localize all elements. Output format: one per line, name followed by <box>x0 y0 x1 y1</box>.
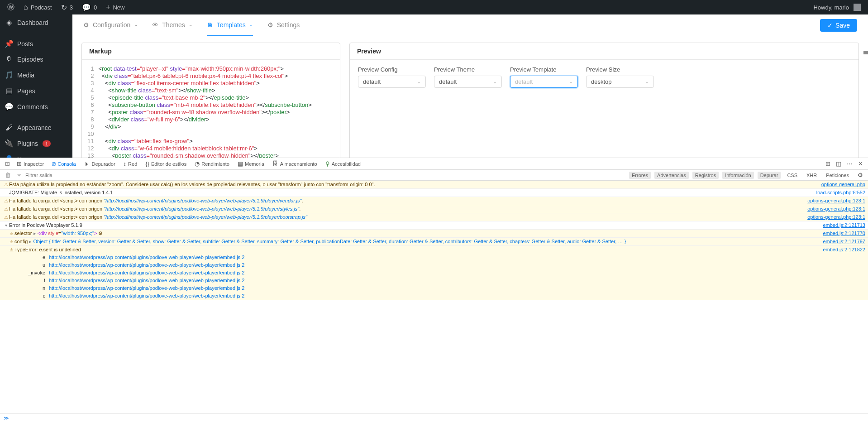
console-row[interactable]: ▾Error in Podlove Webplayer 5.1.9embed.j… <box>0 221 868 230</box>
media-icon: 🎵 <box>5 71 14 79</box>
file-icon: 🗎 <box>207 21 213 29</box>
devtools-tab-performance[interactable]: ◔Rendimiento <box>191 159 233 168</box>
tab-configuration[interactable]: ⚙Configuration⌄ <box>83 14 138 36</box>
updates[interactable]: ↻3 <box>57 0 76 14</box>
scrollbar-thumb[interactable] <box>863 51 868 54</box>
comment-icon: 💬 <box>5 102 14 111</box>
preview-template-select[interactable]: default⌄ <box>510 76 578 88</box>
console-msg: selector ▸ <div style="width: 950px;"> ⚙ <box>14 230 818 237</box>
preview-size-select[interactable]: desktop⌄ <box>586 76 654 88</box>
source-link[interactable]: options-general.php:123:1 <box>807 205 865 213</box>
tabbar: ⚙Configuration⌄ 👁Themes⌄ 🗎Templates⌄ ⚙Se… <box>72 14 868 36</box>
console-msg: Esta página utiliza la propiedad no está… <box>9 181 817 188</box>
filter-xhr[interactable]: XHR <box>804 172 820 179</box>
inspector-icon: ⊞ <box>17 160 22 167</box>
devtools-tab-inspector[interactable]: ⊞Inspector <box>13 159 48 168</box>
devtools-tab-memory[interactable]: ▤Memoria <box>234 159 268 168</box>
preview-template-label: Preview Template <box>510 66 578 73</box>
devtools-tab-accessibility[interactable]: ⚲Accesibilidad <box>322 159 364 168</box>
debugger-icon: ⏵ <box>84 160 90 167</box>
filter-requests[interactable]: Peticiones <box>823 172 852 179</box>
filter-input[interactable] <box>25 173 116 178</box>
console-row[interactable]: ⚠selector ▸ <div style="width: 950px;"> … <box>0 230 868 238</box>
pin-icon: 📌 <box>5 39 14 48</box>
more-icon[interactable]: ⋯ <box>844 159 855 168</box>
menu-label: Episodes <box>17 56 43 63</box>
save-button[interactable]: ✓Save <box>820 19 857 32</box>
page-icon: ▤ <box>5 87 14 95</box>
menu-label: Posts <box>17 40 33 48</box>
avatar <box>854 4 861 11</box>
chevron-down-icon: ⌄ <box>189 22 192 27</box>
devtools-tab-storage[interactable]: 🗄Almacenamiento <box>269 159 321 168</box>
menu-comments[interactable]: 💬Comments <box>0 99 72 115</box>
wp-admin-menu: ◈Dashboard 📌Posts 🎙Episodes 🎵Media ▤Page… <box>0 14 72 158</box>
preview-config-select[interactable]: default⌄ <box>358 76 426 88</box>
menu-pages[interactable]: ▤Pages <box>0 83 72 99</box>
comments-count: 0 <box>94 4 97 11</box>
menu-label: Plugins <box>17 140 38 147</box>
devtools-tab-style[interactable]: {}Editor de estilos <box>142 159 190 168</box>
menu-media[interactable]: 🎵Media <box>0 67 72 83</box>
stack-trace: ehttp://localhost/wordpress/wp-content/p… <box>8 254 865 300</box>
source-link[interactable]: embed.js:2:121713 <box>823 221 865 229</box>
filter-errors[interactable]: Errores <box>629 172 651 179</box>
console-row[interactable]: JQMIGRATE: Migrate is installed, version… <box>0 189 868 197</box>
preview-theme-select[interactable]: default⌄ <box>434 76 502 88</box>
filter-logs[interactable]: Registros <box>692 172 719 179</box>
console-input[interactable]: ≫ <box>0 413 868 423</box>
preview-template-field: Preview Template default⌄ <box>510 66 578 88</box>
source-link[interactable]: load-scripts.php:8:552 <box>816 189 865 197</box>
devtools-tab-console[interactable]: ⎚Consola <box>48 159 79 168</box>
tab-settings[interactable]: ⚙Settings <box>267 14 300 36</box>
console-row[interactable]: ⚠Ha fallado la carga del <script> con or… <box>0 213 868 221</box>
trash-icon[interactable]: 🗑 <box>3 170 13 180</box>
devtools-filterbar: 🗑 ⏷ Errores Advertencias Registros Infor… <box>0 170 868 181</box>
console-row[interactable]: ⚠Ha fallado la carga del <script> con or… <box>0 197 868 205</box>
devtools-tab-debugger[interactable]: ⏵Depurador <box>81 159 119 168</box>
console-msg: config ▸ Object { title: Getter & Setter… <box>14 238 818 245</box>
console-row[interactable]: ⚠TypeError: e.sent is undefinedembed.js:… <box>0 246 868 300</box>
warning-icon: ⚠ <box>3 205 9 213</box>
tab-templates[interactable]: 🗎Templates⌄ <box>207 14 253 36</box>
new-content[interactable]: +New <box>102 0 128 14</box>
source-link[interactable]: embed.js:2:121822 <box>823 246 865 254</box>
console-row[interactable]: ⚠Esta página utiliza la propiedad no est… <box>0 181 868 189</box>
expand-icon[interactable]: ▾ <box>3 221 9 229</box>
pick-element-icon[interactable]: ⊡ <box>3 159 12 168</box>
warning-icon: ⚠ <box>3 213 9 221</box>
tab-themes[interactable]: 👁Themes⌄ <box>152 14 192 36</box>
source-link[interactable]: options-general.php:123:1 <box>807 197 865 205</box>
devtools-tab-network[interactable]: ↕Red <box>120 159 141 168</box>
filter-warnings[interactable]: Advertencias <box>654 172 689 179</box>
responsive-icon[interactable]: ⊞ <box>823 159 833 168</box>
wp-logo[interactable]: ⓦ <box>4 0 18 14</box>
dock-icon[interactable]: ◫ <box>834 159 844 168</box>
my-account[interactable]: Howdy, mario <box>810 0 864 14</box>
menu-appearance[interactable]: 🖌Appearance <box>0 120 72 135</box>
menu-episodes[interactable]: 🎙Episodes <box>0 52 72 67</box>
menu-plugins[interactable]: 🔌Plugins1 <box>0 135 72 151</box>
filter-info[interactable]: Información <box>722 172 754 179</box>
source-link[interactable]: options-general.php <box>821 181 865 188</box>
settings-gear-icon[interactable]: ⚙ <box>855 170 865 180</box>
close-icon[interactable]: ✕ <box>856 159 865 168</box>
site-name[interactable]: ⌂Podcast <box>20 0 56 14</box>
comments[interactable]: 💬0 <box>78 0 100 14</box>
site-name-label: Podcast <box>31 4 52 11</box>
menu-dashboard[interactable]: ◈Dashboard <box>0 14 72 30</box>
source-link[interactable]: embed.js:2:121797 <box>823 238 865 245</box>
source-link[interactable]: options-general.php:123:1 <box>807 213 865 221</box>
tab-label: Configuration <box>93 21 130 29</box>
code-editor[interactable]: 12345678910111213 <root data-test="playe… <box>82 60 340 158</box>
console-row[interactable]: ⚠Ha fallado la carga del <script> con or… <box>0 205 868 213</box>
filter-debug[interactable]: Depurar <box>758 172 781 179</box>
source-link[interactable]: embed.js:2:121770 <box>823 230 865 237</box>
chevron-down-icon: ⌄ <box>249 22 253 27</box>
menu-users[interactable]: 👤Users <box>0 151 72 158</box>
select-value: default <box>363 78 381 85</box>
console-row[interactable]: ⚠config ▸ Object { title: Getter & Sette… <box>0 238 868 246</box>
filter-css[interactable]: CSS <box>784 172 800 179</box>
menu-posts[interactable]: 📌Posts <box>0 36 72 52</box>
home-icon: ⌂ <box>24 3 28 11</box>
